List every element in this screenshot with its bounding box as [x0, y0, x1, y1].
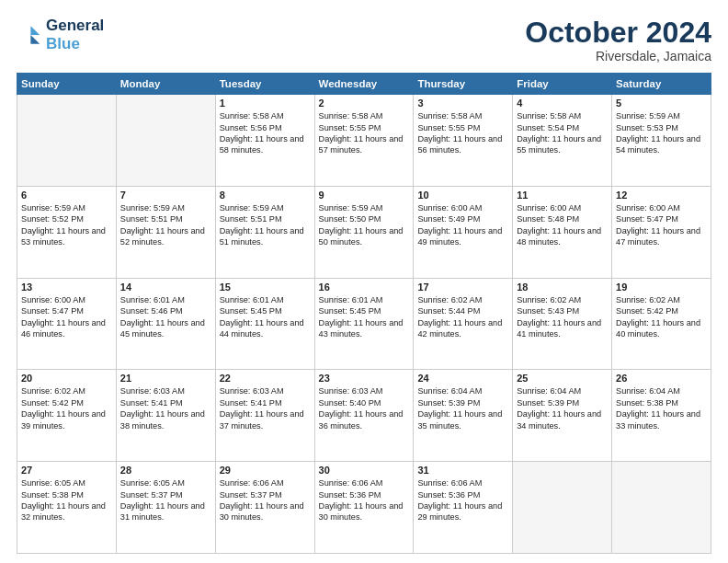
table-cell: 17Sunrise: 6:02 AMSunset: 5:44 PMDayligh…: [414, 278, 513, 370]
cell-info: Sunrise: 5:59 AMSunset: 5:51 PMDaylight:…: [220, 202, 311, 248]
table-cell: 13Sunrise: 6:00 AMSunset: 5:47 PMDayligh…: [17, 278, 117, 370]
daylight-text: Daylight: 11 hours and 29 minutes.: [417, 500, 508, 523]
sunset-text: Sunset: 5:39 PM: [517, 397, 608, 408]
sunset-text: Sunset: 5:38 PM: [21, 489, 112, 500]
col-wednesday: Wednesday: [314, 74, 414, 95]
daylight-text: Daylight: 11 hours and 55 minutes.: [517, 133, 608, 156]
sunrise-text: Sunrise: 6:01 AM: [319, 294, 410, 305]
table-cell: 26Sunrise: 6:04 AMSunset: 5:38 PMDayligh…: [612, 370, 711, 462]
table-cell: 23Sunrise: 6:03 AMSunset: 5:40 PMDayligh…: [314, 370, 414, 462]
cell-info: Sunrise: 5:58 AMSunset: 5:55 PMDaylight:…: [417, 110, 508, 156]
table-cell: 24Sunrise: 6:04 AMSunset: 5:39 PMDayligh…: [414, 370, 513, 462]
cell-info: Sunrise: 6:00 AMSunset: 5:49 PMDaylight:…: [417, 202, 508, 248]
day-number: 20: [21, 373, 112, 384]
sunset-text: Sunset: 5:56 PM: [220, 122, 311, 133]
cell-info: Sunrise: 6:00 AMSunset: 5:47 PMDaylight:…: [21, 294, 112, 340]
day-number: 3: [417, 98, 508, 109]
svg-marker-1: [30, 35, 40, 44]
table-cell: 5Sunrise: 5:59 AMSunset: 5:53 PMDaylight…: [612, 95, 711, 187]
table-cell: 30Sunrise: 6:06 AMSunset: 5:36 PMDayligh…: [314, 462, 414, 554]
table-cell: 11Sunrise: 6:00 AMSunset: 5:48 PMDayligh…: [513, 186, 612, 278]
sunrise-text: Sunrise: 5:58 AM: [517, 110, 608, 121]
sunrise-text: Sunrise: 6:03 AM: [120, 385, 211, 396]
day-number: 29: [220, 465, 311, 476]
logo-icon: [17, 22, 42, 48]
day-number: 9: [319, 190, 410, 201]
col-tuesday: Tuesday: [215, 74, 314, 95]
cell-info: Sunrise: 6:01 AMSunset: 5:45 PMDaylight:…: [220, 294, 311, 340]
cell-info: Sunrise: 6:00 AMSunset: 5:48 PMDaylight:…: [517, 202, 608, 248]
day-number: 15: [220, 282, 311, 293]
daylight-text: Daylight: 11 hours and 33 minutes.: [616, 408, 707, 431]
day-number: 7: [120, 190, 211, 201]
daylight-text: Daylight: 11 hours and 34 minutes.: [517, 408, 608, 431]
cell-info: Sunrise: 6:06 AMSunset: 5:37 PMDaylight:…: [220, 477, 311, 523]
sunrise-text: Sunrise: 5:59 AM: [319, 202, 410, 213]
sunset-text: Sunset: 5:46 PM: [120, 305, 211, 316]
table-cell: 29Sunrise: 6:06 AMSunset: 5:37 PMDayligh…: [215, 462, 314, 554]
cell-info: Sunrise: 6:03 AMSunset: 5:40 PMDaylight:…: [319, 385, 410, 431]
daylight-text: Daylight: 11 hours and 30 minutes.: [220, 500, 311, 523]
day-number: 8: [220, 190, 311, 201]
sunset-text: Sunset: 5:37 PM: [120, 489, 211, 500]
cell-info: Sunrise: 5:58 AMSunset: 5:54 PMDaylight:…: [517, 110, 608, 156]
table-cell: 15Sunrise: 6:01 AMSunset: 5:45 PMDayligh…: [215, 278, 314, 370]
table-cell: 19Sunrise: 6:02 AMSunset: 5:42 PMDayligh…: [612, 278, 711, 370]
sunrise-text: Sunrise: 5:59 AM: [220, 202, 311, 213]
day-number: 27: [21, 465, 112, 476]
daylight-text: Daylight: 11 hours and 44 minutes.: [220, 317, 311, 340]
sunset-text: Sunset: 5:51 PM: [220, 213, 311, 224]
table-cell: 8Sunrise: 5:59 AMSunset: 5:51 PMDaylight…: [215, 186, 314, 278]
cell-info: Sunrise: 6:01 AMSunset: 5:46 PMDaylight:…: [120, 294, 211, 340]
day-number: 2: [319, 98, 410, 109]
cell-info: Sunrise: 5:58 AMSunset: 5:56 PMDaylight:…: [220, 110, 311, 156]
sunrise-text: Sunrise: 6:04 AM: [417, 385, 508, 396]
table-cell: 18Sunrise: 6:02 AMSunset: 5:43 PMDayligh…: [513, 278, 612, 370]
sunrise-text: Sunrise: 6:00 AM: [616, 202, 707, 213]
sunset-text: Sunset: 5:43 PM: [517, 305, 608, 316]
daylight-text: Daylight: 11 hours and 51 minutes.: [220, 225, 311, 248]
sunset-text: Sunset: 5:54 PM: [517, 122, 608, 133]
day-number: 25: [517, 373, 608, 384]
daylight-text: Daylight: 11 hours and 48 minutes.: [517, 225, 608, 248]
cell-info: Sunrise: 5:59 AMSunset: 5:53 PMDaylight:…: [616, 110, 707, 156]
week-row-4: 20Sunrise: 6:02 AMSunset: 5:42 PMDayligh…: [17, 370, 711, 462]
daylight-text: Daylight: 11 hours and 57 minutes.: [319, 133, 410, 156]
table-cell: 31Sunrise: 6:06 AMSunset: 5:36 PMDayligh…: [414, 462, 513, 554]
col-sunday: Sunday: [17, 74, 117, 95]
col-friday: Friday: [513, 74, 612, 95]
daylight-text: Daylight: 11 hours and 58 minutes.: [220, 133, 311, 156]
sunrise-text: Sunrise: 5:58 AM: [319, 110, 410, 121]
sunrise-text: Sunrise: 6:05 AM: [21, 477, 112, 488]
sunrise-text: Sunrise: 6:06 AM: [220, 477, 311, 488]
daylight-text: Daylight: 11 hours and 36 minutes.: [319, 408, 410, 431]
daylight-text: Daylight: 11 hours and 40 minutes.: [616, 317, 707, 340]
daylight-text: Daylight: 11 hours and 43 minutes.: [319, 317, 410, 340]
daylight-text: Daylight: 11 hours and 39 minutes.: [21, 408, 112, 431]
week-row-5: 27Sunrise: 6:05 AMSunset: 5:38 PMDayligh…: [17, 462, 711, 554]
cell-info: Sunrise: 6:01 AMSunset: 5:45 PMDaylight:…: [319, 294, 410, 340]
table-cell: 4Sunrise: 5:58 AMSunset: 5:54 PMDaylight…: [513, 95, 612, 187]
sunrise-text: Sunrise: 6:06 AM: [319, 477, 410, 488]
sunset-text: Sunset: 5:36 PM: [417, 489, 508, 500]
day-number: 26: [616, 373, 707, 384]
day-number: 24: [417, 373, 508, 384]
daylight-text: Daylight: 11 hours and 30 minutes.: [319, 500, 410, 523]
daylight-text: Daylight: 11 hours and 35 minutes.: [417, 408, 508, 431]
daylight-text: Daylight: 11 hours and 50 minutes.: [319, 225, 410, 248]
sunset-text: Sunset: 5:49 PM: [417, 213, 508, 224]
calendar-table: Sunday Monday Tuesday Wednesday Thursday…: [17, 73, 711, 554]
page: General Blue October 2024 Riversdale, Ja…: [0, 0, 728, 563]
table-cell: [116, 95, 215, 187]
table-cell: [17, 95, 117, 187]
month-title: October 2024: [525, 17, 711, 49]
table-cell: 20Sunrise: 6:02 AMSunset: 5:42 PMDayligh…: [17, 370, 117, 462]
day-number: 4: [517, 98, 608, 109]
sunrise-text: Sunrise: 6:03 AM: [319, 385, 410, 396]
day-number: 21: [120, 373, 211, 384]
sunrise-text: Sunrise: 6:04 AM: [517, 385, 608, 396]
sunset-text: Sunset: 5:45 PM: [319, 305, 410, 316]
day-number: 1: [220, 98, 311, 109]
day-number: 30: [319, 465, 410, 476]
sunset-text: Sunset: 5:41 PM: [220, 397, 311, 408]
